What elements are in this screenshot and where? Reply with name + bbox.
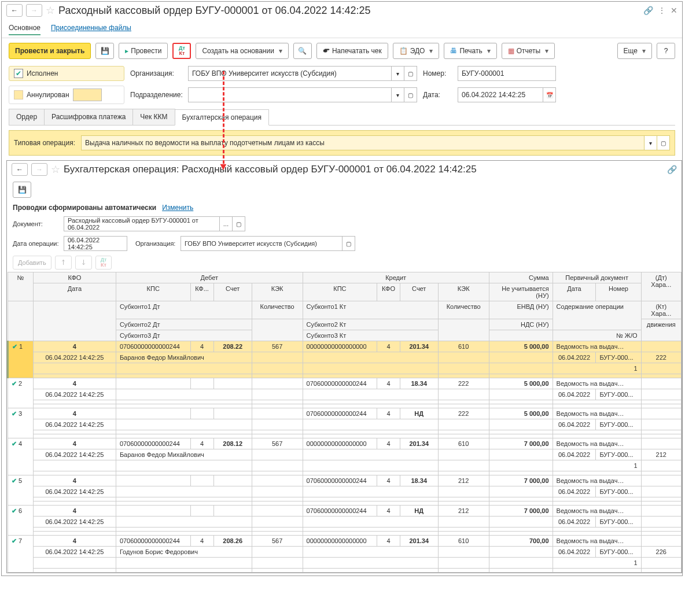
opdate-input[interactable]: 06.04.2022 14:42:25	[64, 236, 127, 251]
th-nds[interactable]: НДС (НУ)	[489, 319, 553, 330]
table-row[interactable]: 06.04.2022 14:42:2506.04.2022БУГУ-000...	[8, 486, 682, 497]
table-row[interactable]	[8, 434, 682, 438]
th-ckps[interactable]: КПС	[303, 283, 377, 301]
doc-input[interactable]: Расходный кассовый ордер БУГУ-000001 от …	[64, 216, 220, 231]
executed-checkbox[interactable]: ✔	[14, 69, 23, 78]
th-sub3k[interactable]: Субконто3 Кт	[303, 330, 438, 341]
table-row[interactable]: 06.04.2022 14:42:25Годунов Борис Федоров…	[8, 547, 682, 558]
close-icon[interactable]: ✕	[671, 6, 677, 15]
print-button[interactable]: 🖶Печать	[444, 43, 496, 59]
th-debit[interactable]: Дебет	[116, 272, 303, 283]
table-row[interactable]	[8, 528, 682, 532]
th-dkek[interactable]: КЭК	[252, 283, 303, 301]
th-sub2d[interactable]: Субконто2 Дт	[116, 319, 252, 330]
th-nu[interactable]: Не учитывается (НУ)	[489, 283, 553, 301]
th-dkf[interactable]: КФ...	[190, 283, 213, 301]
th-date[interactable]: Дата	[33, 283, 116, 301]
table-row[interactable]	[8, 404, 682, 408]
th-sub1d[interactable]: Субконто1 Дт	[116, 301, 252, 319]
tab-decode[interactable]: Расшифровка платежа	[44, 109, 133, 125]
sub-save-button[interactable]: 💾	[13, 182, 31, 198]
th-docnum[interactable]: Номер	[596, 283, 641, 301]
dtkt-small-button[interactable]: ДтКт	[95, 256, 112, 270]
tab-kkm[interactable]: Чек ККМ	[132, 109, 175, 125]
linktab-main[interactable]: Основное	[9, 21, 40, 35]
search-button[interactable]: 🔍	[293, 43, 312, 59]
table-row[interactable]: 1	[8, 363, 682, 374]
tab-order[interactable]: Ордер	[9, 109, 45, 125]
th-n[interactable]: №	[8, 272, 34, 301]
th-cacct[interactable]: Счет	[400, 283, 438, 301]
sub-favorite-icon[interactable]: ☆	[51, 163, 60, 176]
sub-nav-back-button[interactable]: ←	[12, 163, 28, 176]
table-row[interactable]: ✔ 44070600000000002444208.12567000000000…	[8, 438, 682, 449]
sub-org-open-button[interactable]: ▢	[342, 236, 355, 251]
save-button[interactable]: 💾	[95, 43, 114, 59]
th-credit[interactable]: Кредит	[303, 272, 489, 283]
change-link[interactable]: Изменить	[162, 204, 193, 212]
table-row[interactable]	[8, 430, 682, 434]
th-sub3d[interactable]: Субконто3 Дт	[116, 330, 252, 341]
tab-accounting[interactable]: Бухгалтерская операция	[175, 109, 269, 126]
add-button[interactable]: Добавить	[13, 256, 51, 270]
typ-dropdown-button[interactable]: ▾	[645, 135, 657, 150]
table-row[interactable]	[8, 400, 682, 404]
dtkt-button[interactable]: ДтКт	[172, 43, 191, 59]
th-dacct[interactable]: Счет	[213, 283, 252, 301]
doc-open-button[interactable]: ▢	[233, 216, 245, 231]
table-row[interactable]	[8, 532, 682, 536]
annulled-checkbox[interactable]	[14, 90, 23, 99]
date-calendar-button[interactable]: 📅	[543, 87, 556, 102]
more-button[interactable]: Еще	[617, 43, 652, 59]
table-row[interactable]: 06.04.2022 14:42:2506.04.2022БУГУ-000...	[8, 389, 682, 400]
linktab-files[interactable]: Присоединенные файлы	[51, 21, 131, 35]
table-row[interactable]: 1	[8, 460, 682, 471]
edo-button[interactable]: 📋ЭДО	[393, 43, 440, 59]
th-jo[interactable]: № Ж/О	[553, 330, 641, 341]
sub-nav-forward-button[interactable]: →	[31, 163, 47, 176]
th-envd[interactable]: ЕНВД (НУ)	[489, 301, 553, 319]
th-sum[interactable]: Сумма	[489, 272, 553, 283]
th-sub2k[interactable]: Субконто2 Кт	[303, 319, 438, 330]
link-icon[interactable]: 🔗	[643, 6, 653, 15]
table-row[interactable]: 06.04.2022 14:42:25Баранов Федор Михайло…	[8, 449, 682, 460]
table-row[interactable]: 1	[8, 558, 682, 569]
th-dthar[interactable]: (Дт) Хара...	[641, 272, 681, 301]
th-primdoc[interactable]: Первичный документ	[553, 272, 641, 283]
doc-ellipsis-button[interactable]: …	[220, 216, 233, 231]
typ-input[interactable]: Выдача наличных по ведомости на выплату …	[81, 135, 645, 150]
dept-dropdown-button[interactable]: ▾	[392, 87, 404, 102]
more-icon[interactable]: ⋮	[658, 6, 666, 15]
table-row[interactable]	[8, 501, 682, 506]
table-row[interactable]	[8, 471, 682, 475]
th-kthar[interactable]: (Кт) Хара...	[641, 301, 681, 319]
help-button[interactable]: ?	[657, 43, 675, 59]
date-input[interactable]: 06.04.2022 14:42:25	[458, 87, 543, 102]
table-row[interactable]: ✔ 2407060000000000244418.342225 000,00Ве…	[8, 378, 682, 389]
table-row[interactable]: ✔ 64070600000000002444НД2127 000,00Ведом…	[8, 506, 682, 517]
org-open-button[interactable]: ▢	[404, 66, 417, 81]
table-row[interactable]: 06.04.2022 14:42:2506.04.2022БУГУ-000...	[8, 517, 682, 528]
th-docdate[interactable]: Дата	[553, 283, 596, 301]
sub-link-icon[interactable]: 🔗	[667, 165, 677, 174]
num-input[interactable]: БУГУ-000001	[458, 66, 556, 81]
th-sub1k[interactable]: Субконто1 Кт	[303, 301, 438, 319]
org-dropdown-button[interactable]: ▾	[392, 66, 404, 81]
table-row[interactable]: ✔ 34070600000000002444НД2225 000,00Ведом…	[8, 408, 682, 419]
th-move[interactable]: движения	[641, 319, 681, 341]
th-ckfo[interactable]: КФО	[377, 283, 400, 301]
create-based-button[interactable]: Создать на основании	[196, 43, 289, 59]
table-row[interactable]: 06.04.2022 14:42:2506.04.2022БУГУ-000...	[8, 419, 682, 430]
th-ckek[interactable]: КЭК	[438, 283, 489, 301]
table-row[interactable]: ✔ 74070600000000002444208.26567000000000…	[8, 536, 682, 547]
table-row[interactable]: 06.04.2022 14:42:25Баранов Федор Михайло…	[8, 352, 682, 363]
nav-back-button[interactable]: ←	[6, 4, 23, 17]
dept-input[interactable]	[188, 87, 392, 102]
th-qty-d[interactable]: Количество	[252, 301, 303, 319]
post-button[interactable]: ▸Провести	[119, 43, 168, 59]
post-and-close-button[interactable]: Провести и закрыть	[9, 43, 91, 59]
dept-open-button[interactable]: ▢	[404, 87, 417, 102]
th-qty-k[interactable]: Количество	[438, 301, 489, 319]
nav-forward-button[interactable]: →	[26, 4, 42, 17]
move-up-button[interactable]: 🡑	[55, 256, 72, 270]
